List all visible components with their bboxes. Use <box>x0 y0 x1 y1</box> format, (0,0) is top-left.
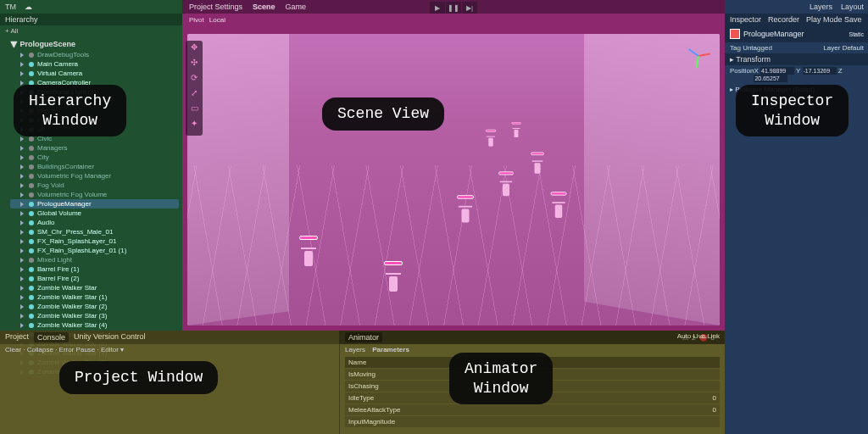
orientation-gizmo[interactable] <box>682 39 715 71</box>
transform-tool-icon[interactable]: ✦ <box>186 119 203 134</box>
step-button[interactable]: ▶| <box>462 2 477 14</box>
ground-grid <box>187 165 720 326</box>
hierarchy-item[interactable]: FX_Rain_SplashLayer_01 <box>10 236 179 246</box>
animator-param-row[interactable]: InputMagnitude <box>345 416 720 427</box>
pos-x[interactable] <box>760 67 794 75</box>
rotate-tool-icon[interactable]: ⟳ <box>186 73 203 88</box>
hierarchy-item[interactable]: FX_Rain_SplashLayer_01 (1) <box>10 246 179 255</box>
tm-icon[interactable]: TM <box>5 3 16 11</box>
move-tool-icon[interactable]: ✣ <box>186 58 203 73</box>
hierarchy-item[interactable]: Zombie Walker Star (3) <box>10 311 179 320</box>
animator-param-row[interactable]: IsMoving <box>345 369 720 380</box>
transform-component[interactable]: Transform <box>736 55 771 64</box>
layer-dropdown[interactable]: Default <box>843 44 864 52</box>
hierarchy-item[interactable]: Fog Void <box>10 181 179 190</box>
animator-param-row[interactable]: IdleType0 <box>345 392 720 403</box>
scene-tool-strip: ✥ ✣ ⟳ ⤢ ▭ ✦ <box>186 41 203 136</box>
hierarchy-item[interactable]: DrawDebugTools <box>10 50 179 59</box>
hierarchy-item[interactable]: Zombie Walker Star (2) <box>10 302 179 311</box>
clear-button[interactable]: Clear <box>5 346 21 353</box>
play-controls: ▶ ❚❚ ▶| <box>430 2 477 14</box>
uvc-tab[interactable]: Unity Version Control <box>74 332 146 342</box>
animator-param-row[interactable]: IsChasing <box>345 381 720 392</box>
gameobject-icon <box>730 29 740 39</box>
pause-button[interactable]: ❚❚ <box>446 2 461 14</box>
hierarchy-item[interactable]: PrologueManager <box>10 199 179 209</box>
npc[interactable] <box>553 198 565 218</box>
collapse-toggle[interactable]: Collapse <box>27 346 53 353</box>
hierarchy-item[interactable]: Mixed Light <box>10 255 179 264</box>
hierarchy-item[interactable]: Volumetric Fog Volume <box>10 190 179 199</box>
hierarchy-item[interactable]: Zombie Walker Star (4) <box>10 320 179 330</box>
scene-viewport[interactable] <box>187 34 720 326</box>
layers-dropdown[interactable]: Layers <box>810 3 832 11</box>
npc[interactable] <box>501 177 512 196</box>
layers-subtab[interactable]: Layers <box>345 346 365 353</box>
scale-tool-icon[interactable]: ⤢ <box>186 88 203 103</box>
tab-scene[interactable]: Scene <box>253 3 275 11</box>
scene-panel: ▶ ❚❚ ▶| Project Settings Scene Game Pivo… <box>182 0 725 331</box>
animator-tab[interactable]: Animator <box>345 332 382 342</box>
hierarchy-item[interactable]: Managers <box>10 143 179 153</box>
hierarchy-item[interactable]: Main Camera <box>10 59 179 69</box>
pos-y[interactable] <box>803 67 837 75</box>
object-name[interactable]: PrologueManager <box>743 30 804 38</box>
static-toggle[interactable]: Static <box>849 31 864 37</box>
project-tab[interactable]: Project <box>5 332 29 342</box>
hierarchy-item[interactable]: Barrel Fire (1) <box>10 264 179 274</box>
npc[interactable] <box>487 133 495 146</box>
play-button[interactable]: ▶ <box>430 2 445 14</box>
hierarchy-item[interactable]: SM_Chr_Press_Male_01 <box>10 227 179 236</box>
pos-z[interactable] <box>754 75 787 82</box>
npc[interactable] <box>459 201 471 222</box>
position-label: Position <box>730 67 754 82</box>
rect-tool-icon[interactable]: ▭ <box>186 103 203 119</box>
param-name-header: Name <box>348 359 366 366</box>
hierarchy-item[interactable]: Player <box>10 106 179 115</box>
hierarchy-item[interactable]: PoolsHandler <box>10 97 179 106</box>
autolive-toggle[interactable]: Auto Live Link <box>677 332 720 342</box>
hierarchy-window: TM ☁ Hierarchy + All ⯆ PrologueScene Dra… <box>0 0 182 331</box>
console-tab[interactable]: Console <box>34 332 69 342</box>
hierarchy-item[interactable]: UI <box>10 125 179 134</box>
hierarchy-item[interactable]: Virtual Camera <box>10 69 179 78</box>
tab-game[interactable]: Game <box>286 3 307 11</box>
scene-root[interactable]: ⯆ PrologueScene <box>10 38 179 50</box>
hierarchy-item[interactable]: Zombie Walker Star (1) <box>10 292 179 302</box>
recorder-tab[interactable]: Recorder <box>768 15 799 24</box>
hierarchy-item[interactable]: CameraController <box>10 78 179 87</box>
hierarchy-item[interactable]: Barrel Fire (2) <box>10 274 179 283</box>
hierarchy-item[interactable]: Civic <box>10 134 179 143</box>
inspector-tab[interactable]: Inspector <box>730 15 761 24</box>
npc[interactable] <box>513 125 520 137</box>
layout-dropdown[interactable]: Layout <box>841 3 864 11</box>
local-toggle[interactable]: Local <box>209 16 225 24</box>
hierarchy-item[interactable]: Directional Light (1) <box>10 87 179 97</box>
hand-tool-icon[interactable]: ✥ <box>186 42 203 58</box>
hierarchy-item[interactable]: Audio <box>10 218 179 227</box>
hierarchy-item[interactable]: Volumetric Fog Manager <box>10 171 179 181</box>
tag-dropdown[interactable]: Untagged <box>743 44 772 52</box>
script-component[interactable]: Prologue Manager (Script) <box>735 86 815 93</box>
npc[interactable] <box>532 157 542 174</box>
pivot-toggle[interactable]: Pivot <box>189 16 204 24</box>
animator-param-row[interactable]: MeleeAttackType0 <box>345 404 720 415</box>
editor-dropdown[interactable]: Editor <box>101 346 119 353</box>
hierarchy-item[interactable]: BuildingsContainer <box>10 162 179 171</box>
hierarchy-tab[interactable]: Hierarchy <box>0 14 182 25</box>
hierarchy-item[interactable]: City <box>10 153 179 162</box>
bottom-panel: Project Console Unity Version Control Cl… <box>0 331 725 434</box>
hierarchy-item[interactable]: FPS <box>10 115 179 125</box>
npc[interactable] <box>387 268 400 292</box>
cloud-icon[interactable]: ☁ <box>25 3 32 11</box>
error-pause-toggle[interactable]: Error Pause <box>59 346 96 353</box>
animator-panel: Animator Auto Live Link Layers Parameter… <box>339 331 725 434</box>
hierarchy-item[interactable]: Zombie Walker Star <box>10 283 179 292</box>
parameters-subtab[interactable]: Parameters <box>372 346 409 353</box>
npc[interactable] <box>302 242 315 266</box>
hierarchy-item[interactable]: Global Volume <box>10 209 179 218</box>
hierarchy-search[interactable]: All <box>10 27 18 35</box>
tag-label: Tag <box>730 44 741 52</box>
tab-project-settings[interactable]: Project Settings <box>189 3 242 11</box>
playmodesave-tab[interactable]: Play Mode Save <box>806 15 862 24</box>
